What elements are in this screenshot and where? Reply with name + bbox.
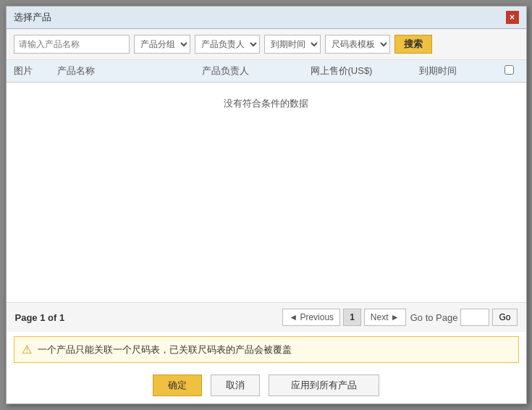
size-template-select[interactable]: 尺码表模板 [325,35,390,54]
footer-buttons: 确定 取消 应用到所有产品 [7,367,526,403]
goto-label: Go to Page [410,312,458,323]
prev-button[interactable]: ◄ Previous [282,309,340,326]
dialog-title: 选择产品 [14,11,51,24]
goto-section: Go to Page Go [410,309,518,326]
no-data-message: 没有符合条件的数据 [224,97,308,110]
confirm-button[interactable]: 确定 [153,375,202,396]
dialog-title-bar: 选择产品 × [7,7,526,29]
cancel-button[interactable]: 取消 [211,375,260,396]
col-name-label: 产品名称 [57,64,202,78]
warning-text: 一个产品只能关联一个尺码表，已关联尺码表的产品会被覆盖 [38,343,292,356]
select-all-checkbox[interactable] [504,65,514,75]
pagination-controls: ◄ Previous 1 Next ► [282,309,405,326]
close-button[interactable]: × [506,11,519,24]
col-check-label [504,65,519,77]
page-info: Page 1 of 1 [15,312,279,323]
col-price-label: 网上售价(US$) [311,64,419,78]
table-body: 没有符合条件的数据 [7,83,526,302]
select-product-dialog: 选择产品 × 产品分组 产品负责人 到期时间 尺码表模板 搜索 图片 产品名称 … [6,6,527,404]
col-owner-label: 产品负责人 [202,64,311,78]
pagination-bar: Page 1 of 1 ◄ Previous 1 Next ► Go to Pa… [7,302,526,332]
product-name-input[interactable] [14,35,130,54]
product-group-select[interactable]: 产品分组 [134,35,190,54]
goto-button[interactable]: Go [492,309,517,326]
next-button[interactable]: Next ► [364,309,406,326]
table-header: 图片 产品名称 产品负责人 网上售价(US$) 到期时间 [7,60,526,83]
goto-input[interactable] [460,309,489,326]
expire-time-select[interactable]: 到期时间 [264,35,321,54]
warning-icon: ⚠ [22,343,32,356]
col-img-label: 图片 [14,64,57,78]
page-1-button[interactable]: 1 [343,309,361,326]
toolbar: 产品分组 产品负责人 到期时间 尺码表模板 搜索 [7,29,526,60]
apply-all-button[interactable]: 应用到所有产品 [269,375,379,396]
search-button[interactable]: 搜索 [394,35,432,54]
col-expire-label: 到期时间 [419,64,504,78]
warning-bar: ⚠ 一个产品只能关联一个尺码表，已关联尺码表的产品会被覆盖 [14,336,519,363]
product-owner-select[interactable]: 产品负责人 [195,35,260,54]
